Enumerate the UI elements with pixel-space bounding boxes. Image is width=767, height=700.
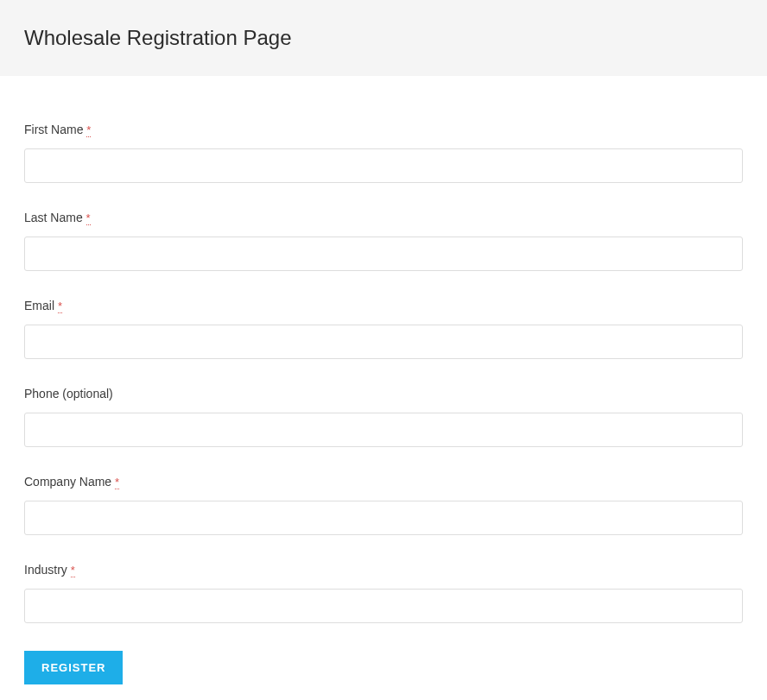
first-name-label: First Name * bbox=[24, 123, 743, 136]
required-mark: * bbox=[115, 476, 119, 489]
email-input[interactable] bbox=[24, 325, 743, 359]
email-group: Email * bbox=[24, 299, 743, 359]
email-label-text: Email bbox=[24, 299, 54, 312]
phone-label: Phone (optional) bbox=[24, 387, 743, 400]
last-name-group: Last Name * bbox=[24, 211, 743, 271]
required-mark: * bbox=[58, 300, 62, 313]
company-label: Company Name * bbox=[24, 475, 743, 489]
email-label: Email * bbox=[24, 299, 743, 312]
phone-group: Phone (optional) bbox=[24, 387, 743, 447]
last-name-input[interactable] bbox=[24, 236, 743, 271]
industry-group: Industry * bbox=[24, 563, 743, 623]
required-mark: * bbox=[86, 211, 91, 225]
company-label-text: Company Name bbox=[24, 475, 111, 489]
phone-input[interactable] bbox=[24, 413, 743, 447]
industry-input[interactable] bbox=[24, 589, 743, 623]
company-input[interactable] bbox=[24, 501, 743, 535]
industry-label: Industry * bbox=[24, 563, 743, 577]
required-mark: * bbox=[86, 123, 91, 137]
last-name-label-text: Last Name bbox=[24, 211, 83, 224]
first-name-label-text: First Name bbox=[24, 123, 83, 136]
required-mark: * bbox=[71, 564, 75, 577]
industry-label-text: Industry bbox=[24, 563, 67, 577]
page-title: Wholesale Registration Page bbox=[24, 26, 743, 50]
last-name-label: Last Name * bbox=[24, 211, 743, 224]
first-name-group: First Name * bbox=[24, 123, 743, 183]
register-button[interactable]: REGISTER bbox=[24, 651, 123, 684]
page-header: Wholesale Registration Page bbox=[0, 0, 767, 76]
registration-form: First Name * Last Name * Email * Phone (… bbox=[0, 76, 767, 700]
phone-label-text: Phone (optional) bbox=[24, 387, 113, 400]
company-group: Company Name * bbox=[24, 475, 743, 535]
first-name-input[interactable] bbox=[24, 148, 743, 183]
